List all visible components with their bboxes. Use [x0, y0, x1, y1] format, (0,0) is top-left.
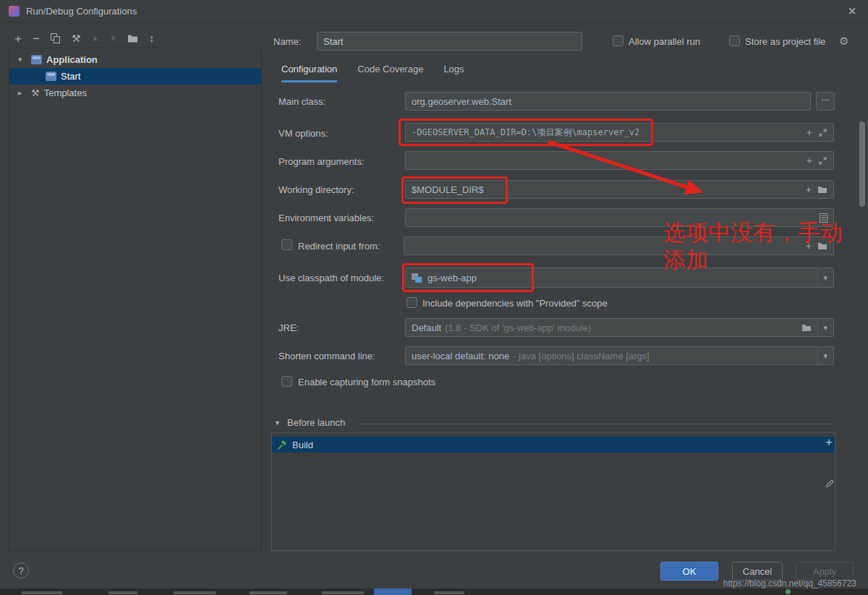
insert-macro-plus-icon[interactable]: + — [807, 127, 812, 137]
vm-options-value: -DGEOSERVER_DATA_DIR=D:\项目案例\mapserver_v… — [412, 127, 639, 139]
chevron-down-icon[interactable]: ▾ — [18, 55, 27, 64]
working-directory-field[interactable]: $MODULE_DIR$ + — [405, 180, 834, 199]
jre-value: Default — [412, 322, 441, 333]
ide-status-bar — [0, 588, 868, 595]
statusbar-fragment — [22, 591, 62, 594]
wrench-icon: ⚒ — [31, 87, 40, 98]
main-class-value: org.geoserver.web.Start — [412, 96, 511, 107]
move-up-icon[interactable]: ▲ — [91, 35, 98, 42]
configurations-toolbar: + − ⚒ ▲ ▼ ↕ — [14, 30, 154, 47]
browse-variables-icon[interactable] — [820, 213, 827, 223]
main-class-label: Main class: — [278, 96, 326, 107]
statusbar-fragment — [109, 591, 137, 594]
before-launch-collapse-icon[interactable]: ▼ — [274, 419, 281, 427]
store-settings-gear-icon[interactable]: ⚙ — [839, 35, 848, 48]
dropdown-arrow-icon[interactable]: ▾ — [817, 319, 827, 336]
working-directory-label: Working directory: — [278, 184, 354, 195]
browse-folder-icon[interactable] — [801, 324, 812, 332]
sort-configurations-icon[interactable]: ↕ — [149, 33, 154, 43]
dialog-title: Run/Debug Configurations — [26, 0, 137, 22]
allow-parallel-run-checkbox[interactable] — [613, 35, 624, 46]
tree-item-label: Templates — [44, 87, 87, 98]
dialog-icon — [9, 6, 20, 17]
expand-field-icon[interactable] — [818, 128, 827, 137]
edit-before-launch-task-icon[interactable] — [825, 479, 835, 490]
vm-options-label: VM options: — [278, 128, 328, 139]
main-class-field[interactable]: org.geoserver.web.Start — [405, 92, 811, 111]
browse-main-class-button[interactable]: ... — [816, 92, 835, 111]
watermark-text: https://blog.csdn.net/qq_45856723 — [723, 578, 856, 588]
config-tabs: Configuration Code Coverage Logs — [281, 64, 464, 82]
shorten-command-line-hint: - java [options] className [args] — [513, 351, 650, 361]
add-configuration-icon[interactable]: + — [14, 33, 22, 45]
working-directory-value: $MODULE_DIR$ — [412, 184, 484, 195]
copy-configuration-icon[interactable] — [51, 33, 61, 44]
shorten-command-line-value: user-local default: none — [412, 351, 509, 361]
jre-label: JRE: — [278, 322, 299, 333]
include-provided-checkbox[interactable] — [407, 297, 417, 308]
redirect-input-label: Redirect input from: — [298, 241, 380, 252]
include-provided-label: Include dependencies with "Provided" sco… — [422, 298, 608, 309]
shorten-command-line-combo[interactable]: user-local default: none - java [options… — [405, 346, 834, 365]
shorten-command-line-label: Shorten command line: — [278, 351, 375, 361]
tab-logs[interactable]: Logs — [443, 64, 464, 82]
browse-folder-icon[interactable] — [817, 242, 827, 250]
chevron-right-icon[interactable]: ▸ — [18, 88, 27, 98]
jre-combo[interactable]: Default (1.8 - SDK of 'gs-web-app' modul… — [405, 318, 834, 337]
tree-item-start[interactable]: Start — [9, 68, 261, 85]
allow-parallel-run-label: Allow parallel run — [629, 36, 700, 47]
redirect-input-field[interactable]: + — [404, 236, 834, 255]
dialog-titlebar: Run/Debug Configurations × — [0, 0, 868, 23]
use-classpath-combo[interactable]: gs-web-app ▾ — [405, 267, 834, 288]
remove-configuration-icon[interactable]: − — [33, 33, 40, 45]
edit-templates-wrench-icon[interactable]: ⚒ — [72, 33, 81, 43]
insert-macro-plus-icon[interactable]: + — [807, 155, 812, 166]
tab-configuration[interactable]: Configuration — [281, 64, 337, 82]
help-button[interactable]: ? — [13, 562, 29, 578]
tree-item-label: Start — [61, 71, 80, 82]
before-launch-item-build[interactable]: Build — [272, 437, 835, 453]
configurations-tree-panel: ▾ Application Start ▸ ⚒ Templates — [9, 48, 262, 551]
before-launch-item-label: Build — [292, 440, 313, 450]
ok-button[interactable]: OK — [660, 562, 718, 581]
program-arguments-field[interactable]: + — [405, 151, 834, 170]
enable-capturing-label: Enable capturing form snapshots — [298, 377, 435, 388]
insert-macro-plus-icon[interactable]: + — [806, 241, 812, 251]
dropdown-arrow-icon[interactable]: ▾ — [817, 347, 827, 364]
tab-code-coverage[interactable]: Code Coverage — [357, 64, 423, 82]
status-green-dot — [786, 589, 791, 594]
application-run-config-icon — [46, 72, 56, 81]
statusbar-fragment — [434, 591, 464, 594]
close-icon[interactable]: × — [848, 0, 856, 22]
use-classpath-value: gs-web-app — [427, 273, 477, 283]
statusbar-fragment — [174, 591, 216, 594]
create-folder-icon[interactable] — [127, 34, 138, 43]
program-arguments-label: Program arguments: — [278, 156, 365, 167]
build-toolwindow-tab — [374, 588, 412, 595]
hammer-icon — [277, 440, 287, 450]
statusbar-fragment — [322, 591, 364, 594]
insert-macro-plus-icon[interactable]: + — [806, 184, 812, 194]
tree-item-application[interactable]: ▾ Application — [9, 51, 261, 68]
jre-hint: (1.8 - SDK of 'gs-web-app' module) — [445, 322, 591, 333]
before-launch-list: Build — [271, 432, 835, 551]
vm-options-field[interactable]: -DGEOSERVER_DATA_DIR=D:\项目案例\mapserver_v… — [405, 123, 834, 142]
dropdown-arrow-icon[interactable]: ▾ — [817, 268, 827, 287]
name-label: Name: — [273, 36, 301, 47]
environment-variables-field[interactable] — [405, 208, 834, 227]
add-before-launch-task-icon[interactable]: + — [825, 435, 833, 450]
expand-field-icon[interactable] — [818, 156, 827, 166]
tree-item-label: Application — [46, 54, 98, 65]
scrollbar-thumb[interactable] — [859, 121, 865, 207]
move-down-icon[interactable]: ▼ — [109, 35, 116, 42]
browse-folder-icon[interactable] — [817, 186, 827, 194]
before-launch-title: Before launch — [287, 417, 345, 428]
name-input[interactable] — [317, 32, 582, 51]
redirect-input-checkbox[interactable] — [281, 239, 292, 250]
enable-capturing-checkbox[interactable] — [281, 376, 292, 387]
divider — [357, 424, 834, 424]
store-as-project-file-label: Store as project file — [745, 36, 825, 47]
store-as-project-file-checkbox[interactable] — [729, 35, 740, 46]
application-type-icon — [31, 55, 42, 64]
tree-item-templates[interactable]: ▸ ⚒ Templates — [9, 85, 261, 101]
